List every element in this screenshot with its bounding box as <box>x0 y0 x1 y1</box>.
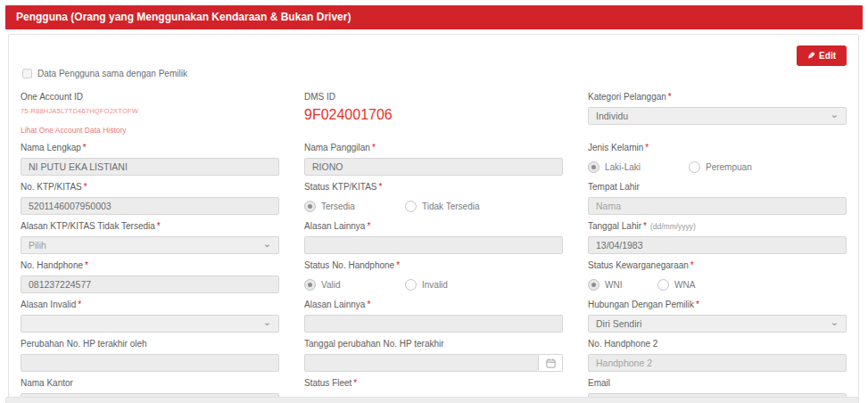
chevron-down-icon: ⌄ <box>263 239 271 249</box>
email-label: Email <box>588 378 610 388</box>
radio-label: Laki-Laki <box>605 162 641 172</box>
no-handphone-label: No. Handphone <box>21 260 83 270</box>
status-no-handphone-label: Status No. Handphone <box>304 260 394 270</box>
required-marker: * <box>668 92 672 102</box>
radio-label: WNA <box>674 280 695 290</box>
alasan-ktp-select[interactable]: Pilih ⌄ <box>21 236 279 254</box>
field-no-ktp-kitas: No. KTP/KITAS* <box>21 182 279 215</box>
required-marker: * <box>353 378 357 388</box>
date-format-hint: (dd/mm/yyyy) <box>650 222 696 231</box>
radio-valid[interactable]: Valid <box>304 279 405 291</box>
field-kategori-pelanggan: Kategori Pelanggan* Individu ⌄ <box>588 92 847 136</box>
section-header: Pengguna (Orang yang Menggunakan Kendara… <box>5 5 863 29</box>
form-grid: One Account ID 75-R88HJA5L7TD467HQFO2XTO… <box>21 92 847 399</box>
perubahan-hp-oleh-label: Perubahan No. HP terakhir oleh <box>21 339 147 349</box>
no-handphone-2-input[interactable] <box>588 354 847 372</box>
perubahan-hp-oleh-input[interactable] <box>21 354 279 372</box>
alasan-ktp-value: Pilih <box>29 240 46 251</box>
alasan-lainnya-hp-input[interactable] <box>304 315 563 333</box>
one-account-id-label: One Account ID <box>21 92 83 102</box>
alasan-invalid-label: Alasan Invalid <box>21 300 76 309</box>
radio-label: Valid <box>321 280 341 290</box>
calendar-icon[interactable] <box>539 354 563 372</box>
required-marker: * <box>690 260 694 270</box>
one-account-history-link[interactable]: Lihat One Account Data History <box>21 126 127 135</box>
field-nama-panggilan: Nama Panggilan* <box>304 143 563 176</box>
required-marker: * <box>372 143 376 152</box>
same-as-owner-checkbox[interactable] <box>22 69 32 78</box>
required-marker: * <box>379 182 383 192</box>
field-alasan-lainnya-ktp: Alasan Lainnya* <box>304 221 563 254</box>
required-marker: * <box>696 300 699 309</box>
pencil-icon: ✎ <box>807 52 814 61</box>
alasan-lainnya-ktp-label: Alasan Lainnya <box>304 221 365 231</box>
dms-id-value: 9F024001706 <box>304 107 563 123</box>
radio-label: Tidak Tersedia <box>422 202 479 211</box>
nama-kantor-label: Nama Kantor <box>21 378 73 388</box>
no-handphone-2-label: No. Handphone 2 <box>588 339 657 349</box>
radio-unselected-icon <box>405 279 417 291</box>
same-as-owner-label: Data Pengguna sama dengan Pemilik <box>37 69 187 78</box>
field-no-handphone: No. Handphone* <box>21 260 279 293</box>
alasan-lainnya-ktp-input[interactable] <box>304 236 563 254</box>
nama-panggilan-input[interactable] <box>304 158 563 176</box>
status-fleet-label: Status Fleet <box>304 378 351 388</box>
no-handphone-input[interactable] <box>21 276 279 293</box>
hubungan-dengan-pemilik-select[interactable]: Diri Sendiri ⌄ <box>588 315 847 333</box>
section-title: Pengguna (Orang yang Menggunakan Kendara… <box>16 11 351 23</box>
required-marker: * <box>367 221 370 231</box>
field-status-no-handphone: Status No. Handphone* Valid Invalid <box>304 260 563 293</box>
radio-tidak-tersedia[interactable]: Tidak Tersedia <box>405 201 479 212</box>
field-one-account-id: One Account ID 75-R88HJA5L7TD467HQFO2XTO… <box>21 92 279 136</box>
radio-unselected-icon <box>657 279 669 291</box>
kategori-pelanggan-select[interactable]: Individu ⌄ <box>588 107 847 125</box>
hubungan-dengan-pemilik-value: Diri Sendiri <box>596 318 641 329</box>
field-jenis-kelamin: Jenis Kelamin* Laki-Laki Perempuan <box>588 143 847 176</box>
radio-perempuan[interactable]: Perempuan <box>689 161 752 173</box>
radio-label: Tersedia <box>321 202 355 211</box>
radio-wna[interactable]: WNA <box>657 279 695 291</box>
next-section-bar <box>5 397 859 403</box>
required-marker: * <box>85 260 88 270</box>
radio-invalid[interactable]: Invalid <box>405 279 448 291</box>
alasan-invalid-select[interactable]: ⌄ <box>21 315 279 333</box>
required-marker: * <box>78 300 81 309</box>
kategori-pelanggan-value: Individu <box>596 111 628 121</box>
radio-laki-laki[interactable]: Laki-Laki <box>588 161 689 173</box>
tanggal-lahir-input[interactable] <box>588 236 847 254</box>
tanggal-perubahan-hp-input[interactable] <box>304 354 539 372</box>
radio-label: Invalid <box>422 280 448 290</box>
required-marker: * <box>645 143 649 152</box>
chevron-down-icon: ⌄ <box>263 317 271 327</box>
nama-lengkap-input[interactable] <box>21 158 279 176</box>
radio-unselected-icon <box>405 201 417 212</box>
edit-button[interactable]: ✎ Edit <box>797 45 847 66</box>
field-dms-id: DMS ID 9F024001706 <box>304 92 563 136</box>
jenis-kelamin-label: Jenis Kelamin <box>588 143 643 152</box>
field-nama-lengkap: Nama Lengkap* <box>21 143 279 176</box>
radio-unselected-icon <box>689 161 700 173</box>
hubungan-dengan-pemilik-label: Hubungan Dengan Pemilik <box>588 300 694 309</box>
tanggal-lahir-label: Tanggal Lahir <box>588 221 641 231</box>
status-ktp-kitas-label: Status KTP/KITAS <box>304 182 377 192</box>
same-as-owner-row: Data Pengguna sama dengan Pemilik <box>22 69 847 78</box>
field-hubungan-dengan-pemilik: Hubungan Dengan Pemilik* Diri Sendiri ⌄ <box>588 300 847 333</box>
tempat-lahir-input[interactable] <box>588 197 847 215</box>
field-perubahan-hp-oleh: Perubahan No. HP terakhir oleh <box>21 339 279 372</box>
radio-selected-icon <box>588 161 599 173</box>
required-marker: * <box>367 300 370 309</box>
radio-tersedia[interactable]: Tersedia <box>304 201 405 212</box>
required-marker: * <box>157 221 161 231</box>
no-ktp-kitas-input[interactable] <box>21 197 279 215</box>
one-account-id-value: 75-R88HJA5L7TD467HQFO2XTOFW <box>21 107 279 115</box>
tempat-lahir-label: Tempat Lahir <box>588 182 640 192</box>
kategori-pelanggan-label: Kategori Pelanggan <box>588 92 666 102</box>
dms-id-label: DMS ID <box>304 92 335 102</box>
field-alasan-invalid: Alasan Invalid* ⌄ <box>21 300 279 333</box>
radio-wni[interactable]: WNI <box>588 279 657 291</box>
required-marker: * <box>84 182 87 192</box>
field-tanggal-perubahan-hp: Tanggal perubahan No. HP terakhir <box>304 339 563 372</box>
form-card: ✎ Edit Data Pengguna sama dengan Pemilik… <box>8 34 859 399</box>
field-tempat-lahir: Tempat Lahir <box>588 182 847 215</box>
radio-selected-icon <box>304 279 316 291</box>
